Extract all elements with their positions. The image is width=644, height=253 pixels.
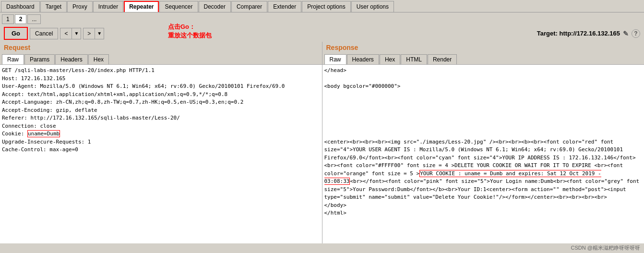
response-panel: Response Raw Headers Hex HTML Render </h… xyxy=(322,42,644,243)
request-line-5: Accept-Language: zh-CN,zh;q=0.8,zh-TW;q=… xyxy=(2,98,320,107)
annotation-line2: 重放这个数据包 xyxy=(168,31,212,40)
tab-intruder[interactable]: Intruder xyxy=(93,1,123,12)
response-tab-html[interactable]: HTML xyxy=(401,54,427,64)
tab-repeater[interactable]: Repeater xyxy=(124,1,159,12)
response-tab-render[interactable]: Render xyxy=(428,54,457,64)
request-tab-params[interactable]: Params xyxy=(24,54,55,64)
response-center-block: <center><br><br><br><img src="./images/L… xyxy=(324,138,643,202)
request-line-8: Connection: close xyxy=(2,122,320,131)
tab-project-options[interactable]: Project options xyxy=(302,1,350,12)
response-tab-hex[interactable]: Hex xyxy=(380,54,400,64)
request-tab-raw[interactable]: Raw xyxy=(2,54,24,64)
sub-tab-more[interactable]: ... xyxy=(27,14,41,24)
watermark: CSDN @糯米滋粑睁呀呀呀呀 xyxy=(0,243,644,253)
request-tab-headers[interactable]: Headers xyxy=(55,54,87,64)
tab-dashboard[interactable]: Dashboard xyxy=(1,1,40,12)
tab-bar: Dashboard Target Proxy Intruder Repeater… xyxy=(0,0,644,12)
tab-proxy[interactable]: Proxy xyxy=(67,1,93,12)
edit-icon[interactable]: ✎ xyxy=(623,30,629,37)
request-line-9: Cookie: uname=Dumb xyxy=(2,130,320,138)
request-line-2: Host: 172.16.132.165 xyxy=(2,75,320,83)
response-tab-raw[interactable]: Raw xyxy=(324,54,346,64)
response-content[interactable]: </head> <body bgcolor="#000000"> <center… xyxy=(322,64,644,243)
response-tab-headers[interactable]: Headers xyxy=(347,54,379,64)
sub-tab-bar: 1 2 ... xyxy=(0,12,644,25)
main-area: Request Raw Params Headers Hex GET /sqli… xyxy=(0,42,644,243)
sub-tab-2[interactable]: 2 xyxy=(15,14,27,24)
tab-extender[interactable]: Extender xyxy=(268,1,301,12)
help-icon[interactable]: ? xyxy=(632,29,640,38)
response-cookie-highlight: YOUR COOKIE : uname = Dumb and expires: … xyxy=(324,170,601,185)
toolbar: Go Cancel < ▼ > ▼ Target: http://172.16.… xyxy=(0,25,644,42)
request-line-3: User-Agent: Mozilla/5.0 (Windows NT 6.1;… xyxy=(2,83,320,91)
prev-nav-group: < ▼ xyxy=(60,28,81,39)
tab-target[interactable]: Target xyxy=(40,1,67,12)
response-body-close: </body> xyxy=(324,202,643,210)
prev-button[interactable]: < xyxy=(60,28,72,39)
request-content[interactable]: GET /sqli-labs-master/Less-20/index.php … xyxy=(0,64,322,243)
prev-dropdown-button[interactable]: ▼ xyxy=(72,29,81,38)
request-line-7: Referer: http://172.16.132.165/sqli-labs… xyxy=(2,114,320,122)
sub-tab-1[interactable]: 1 xyxy=(2,14,14,24)
response-head-close: </head> xyxy=(324,67,643,75)
tab-sequencer[interactable]: Sequencer xyxy=(159,1,198,12)
cancel-button[interactable]: Cancel xyxy=(30,28,58,39)
request-line-11: Cache-Control: max-age=0 xyxy=(2,146,320,154)
cookie-highlight: uname=Dumb xyxy=(27,130,60,137)
request-tabs: Raw Params Headers Hex xyxy=(0,53,322,64)
request-panel: Request Raw Params Headers Hex GET /sqli… xyxy=(0,42,322,243)
request-line-6: Accept-Encoding: gzip, deflate xyxy=(2,107,320,115)
response-tabs: Raw Headers Hex HTML Render xyxy=(322,53,644,64)
target-label: Target: http://172.16.132.165 xyxy=(537,30,620,37)
response-html-close: </html> xyxy=(324,209,643,217)
request-line-4: Accept: text/html,application/xhtml+xml,… xyxy=(2,91,320,99)
annotation-line1: 点击Go： xyxy=(168,23,212,31)
target-info: Target: http://172.16.132.165 ✎ ? xyxy=(537,29,640,38)
tab-decoder[interactable]: Decoder xyxy=(199,1,231,12)
tab-comparer[interactable]: Comparer xyxy=(231,1,267,12)
next-nav-group: > ▼ xyxy=(83,28,104,39)
request-line-10: Upgrade-Insecure-Requests: 1 xyxy=(2,138,320,146)
next-button[interactable]: > xyxy=(83,28,95,39)
request-header: Request xyxy=(0,42,322,53)
response-body-open: <body bgcolor="#000000"> xyxy=(324,83,643,91)
request-tab-hex[interactable]: Hex xyxy=(88,54,109,64)
response-header: Response xyxy=(322,42,644,53)
next-dropdown-button[interactable]: ▼ xyxy=(95,29,104,38)
annotation: 点击Go： 重放这个数据包 xyxy=(168,23,212,40)
request-line-1: GET /sqli-labs-master/Less-20/index.php … xyxy=(2,67,320,75)
tab-user-options[interactable]: User options xyxy=(351,1,394,12)
go-button[interactable]: Go xyxy=(4,27,28,40)
